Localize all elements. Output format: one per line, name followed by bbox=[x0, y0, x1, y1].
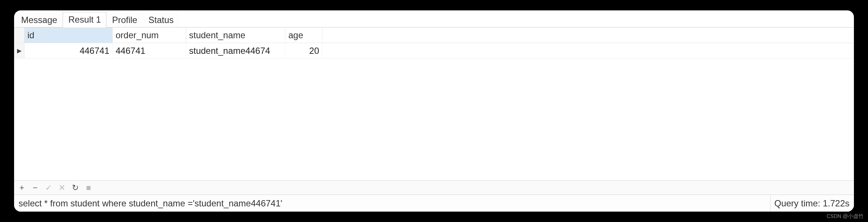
check-icon: ✓ bbox=[45, 183, 52, 193]
status-bar: select * from student where student_name… bbox=[14, 195, 854, 212]
cancel-changes-button[interactable]: ✕ bbox=[58, 184, 66, 192]
tab-result-1[interactable]: Result 1 bbox=[63, 12, 106, 27]
tab-bar: Message Result 1 Profile Status bbox=[14, 10, 854, 27]
cell-id[interactable]: 446741 bbox=[24, 43, 113, 58]
refresh-button[interactable]: ↻ bbox=[71, 184, 79, 192]
close-icon: ✕ bbox=[59, 183, 65, 193]
status-divider bbox=[770, 195, 771, 212]
tab-profile[interactable]: Profile bbox=[106, 12, 143, 27]
minus-icon: − bbox=[33, 183, 38, 193]
plus-icon: + bbox=[20, 183, 24, 193]
executed-query-text: select * from student where student_name… bbox=[19, 198, 766, 209]
cell-student-name[interactable]: student_name44674 bbox=[186, 43, 285, 58]
query-time-label: Query time: 1.722s bbox=[774, 198, 849, 209]
column-header-age[interactable]: age bbox=[285, 27, 322, 43]
grid-header: id order_num student_name age bbox=[14, 27, 854, 43]
delete-row-button[interactable]: − bbox=[31, 184, 39, 192]
stop-button[interactable]: ■ bbox=[85, 184, 93, 192]
column-header-student-name[interactable]: student_name bbox=[186, 27, 285, 43]
stop-icon: ■ bbox=[86, 183, 91, 193]
cell-order-num[interactable]: 446741 bbox=[113, 43, 186, 58]
column-header-id[interactable]: id bbox=[24, 27, 113, 43]
grid-toolbar: + − ✓ ✕ ↻ ■ bbox=[14, 180, 854, 195]
tab-message[interactable]: Message bbox=[16, 12, 63, 27]
apply-changes-button[interactable]: ✓ bbox=[44, 184, 53, 192]
column-header-order-num[interactable]: order_num bbox=[113, 27, 186, 43]
row-marker-header bbox=[14, 27, 24, 43]
refresh-icon: ↻ bbox=[72, 183, 79, 193]
tab-status[interactable]: Status bbox=[143, 12, 179, 27]
table-row[interactable]: ▶ 446741 446741 student_name44674 20 bbox=[14, 43, 854, 59]
results-panel: Message Result 1 Profile Status id order… bbox=[14, 10, 854, 212]
grid-body: ▶ 446741 446741 student_name44674 20 bbox=[14, 43, 854, 180]
result-grid: id order_num student_name age ▶ 446741 4… bbox=[14, 27, 854, 180]
watermark-text: CSDN @小虚竹 bbox=[826, 213, 864, 220]
cell-age[interactable]: 20 bbox=[285, 43, 322, 58]
current-row-indicator-icon: ▶ bbox=[14, 43, 24, 58]
add-row-button[interactable]: + bbox=[18, 184, 26, 192]
